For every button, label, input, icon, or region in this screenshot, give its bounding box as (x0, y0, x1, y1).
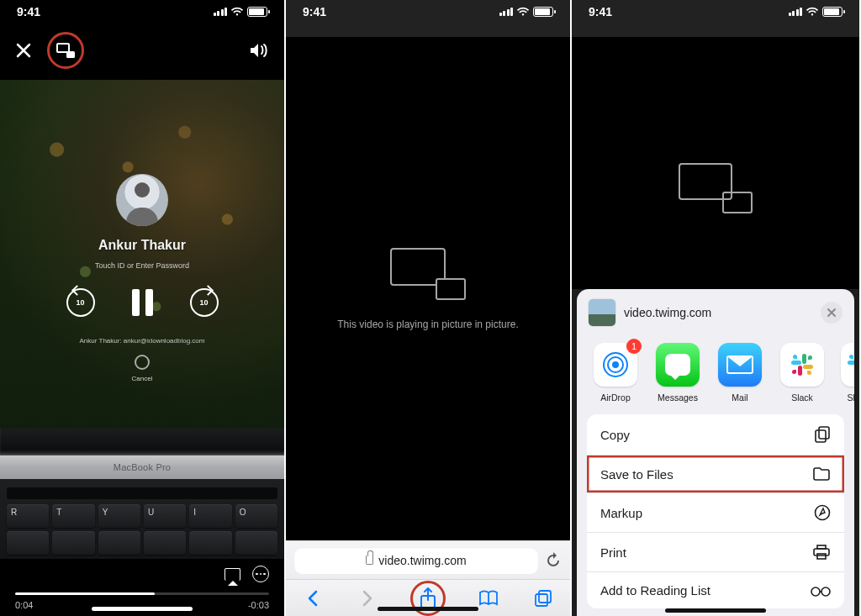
content-thumbnail (589, 299, 615, 326)
cellular-icon (789, 8, 803, 16)
cancel-label: Cancel (132, 375, 153, 382)
status-time: 9:41 (589, 5, 612, 18)
share-sheet-header: video.twimg.com (577, 289, 854, 336)
tabs-button[interactable] (532, 587, 554, 609)
keyboard-key: R (7, 504, 49, 528)
share-sheet: video.twimg.com 1 AirDrop Messages Mail (577, 289, 854, 616)
video-viewport[interactable]: Ankur Thakur Touch ID or Enter Password … (0, 80, 284, 429)
auth-prompt: Touch ID or Enter Password (95, 261, 189, 270)
slack-icon (841, 343, 854, 387)
gear-icon (135, 355, 150, 370)
share-actions-list: Copy Save to Files Markup Print Add to R… (587, 414, 844, 608)
time-remaining: -0:03 (248, 600, 269, 610)
cellular-icon (214, 8, 228, 16)
action-print[interactable]: Print (587, 533, 844, 572)
status-bar: 9:41 (286, 0, 570, 24)
svg-rect-7 (819, 427, 829, 439)
meta-text: Ankur Thakur: ankur@idownloadblog.com (80, 337, 205, 345)
forward-button (357, 587, 378, 609)
app-airdrop[interactable]: 1 AirDrop (592, 343, 639, 403)
time-elapsed: 0:04 (15, 600, 33, 610)
notification-badge: 1 (626, 339, 642, 354)
more-options-icon[interactable] (252, 566, 269, 582)
status-bar: 9:41 (572, 0, 859, 24)
slack-icon (780, 343, 824, 387)
svg-rect-2 (539, 591, 551, 603)
lock-icon (366, 555, 373, 565)
reload-icon[interactable] (545, 552, 562, 569)
home-indicator[interactable] (92, 607, 193, 611)
action-save-to-files[interactable]: Save to Files (587, 455, 844, 493)
svg-rect-1 (536, 594, 547, 606)
mail-icon (718, 343, 762, 387)
macbook-label: MacBook Pro (114, 462, 171, 472)
svg-point-13 (821, 587, 830, 596)
app-mail[interactable]: Mail (716, 343, 763, 403)
back-button[interactable] (302, 587, 324, 609)
bookmarks-button[interactable] (478, 587, 499, 609)
forward-10-button[interactable]: 10 (190, 288, 219, 317)
url-text: video.twimg.com (378, 554, 466, 567)
player-top-bar (0, 32, 284, 69)
svg-point-8 (816, 506, 830, 520)
action-add-reading-list[interactable]: Add to Reading List (587, 572, 844, 608)
copy-icon (814, 425, 831, 444)
keyboard-key: U (144, 504, 186, 528)
video-placeholder-area: This video is playing in picture in pict… (286, 37, 570, 540)
safari-address-bar: video.twimg.com (286, 540, 570, 579)
screenshot-1-video-player: 9:41 Ankur Thakur Touch ID or Enter Pass… (0, 0, 284, 616)
svg-rect-11 (817, 554, 826, 559)
home-indicator[interactable] (665, 608, 766, 613)
video-placeholder-area (572, 37, 859, 289)
user-name: Ankur Thakur (98, 238, 186, 253)
volume-icon[interactable] (249, 42, 269, 59)
pip-message: This video is playing in picture in pict… (337, 319, 518, 330)
close-icon (827, 308, 837, 318)
svg-rect-10 (817, 545, 826, 549)
user-avatar (116, 174, 168, 226)
printer-icon (812, 544, 831, 561)
keyboard-key: I (189, 504, 231, 528)
status-time: 9:41 (17, 5, 40, 18)
close-icon[interactable] (15, 42, 32, 59)
battery-icon (822, 7, 843, 17)
wifi-icon (516, 7, 530, 17)
status-indicators (214, 7, 268, 17)
battery-icon (247, 7, 267, 17)
close-sheet-button[interactable] (821, 302, 843, 324)
action-copy[interactable]: Copy (587, 414, 844, 455)
app-slack[interactable]: Slack (779, 343, 826, 403)
action-markup[interactable]: Markup (587, 493, 844, 533)
pip-icon (56, 43, 75, 58)
cellular-icon (499, 8, 514, 16)
status-time: 9:41 (303, 5, 326, 18)
wifi-icon (806, 7, 819, 17)
keyboard-key: O (235, 504, 277, 528)
url-field[interactable]: video.twimg.com (294, 547, 538, 574)
share-apps-row[interactable]: 1 AirDrop Messages Mail (577, 336, 854, 414)
airdrop-icon: 1 (594, 343, 637, 387)
lock-screen-overlay: Ankur Thakur Touch ID or Enter Password … (0, 80, 284, 429)
screenshot-2-safari-pip: 9:41 This video is playing in picture in… (286, 0, 570, 616)
picture-in-picture-button[interactable] (47, 32, 84, 69)
share-sheet-title: video.twimg.com (624, 306, 711, 319)
playback-controls: 10 10 (66, 288, 219, 317)
keyboard-key: Y (98, 504, 140, 528)
svg-point-3 (612, 361, 619, 368)
progress-track[interactable] (15, 592, 269, 595)
home-indicator[interactable] (378, 607, 478, 611)
folder-icon (812, 466, 831, 482)
pip-placeholder-icon (390, 248, 466, 300)
app-messages[interactable]: Messages (654, 343, 701, 403)
app-slack-2[interactable]: Sla (841, 343, 854, 403)
airplay-icon[interactable] (224, 568, 240, 581)
pip-placeholder-icon (679, 163, 753, 213)
battery-icon (533, 7, 553, 17)
messages-icon (656, 343, 700, 387)
svg-rect-6 (816, 430, 826, 442)
rewind-10-button[interactable]: 10 (66, 288, 95, 317)
pause-button[interactable] (132, 289, 153, 316)
svg-point-12 (811, 587, 820, 596)
markup-icon (814, 504, 831, 521)
status-bar: 9:41 (0, 0, 284, 24)
